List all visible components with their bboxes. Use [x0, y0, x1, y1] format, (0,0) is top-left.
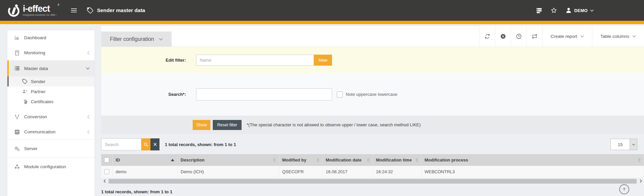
app-logo[interactable]: i-effect® integrated solutions for IBM i	[7, 3, 56, 17]
cell-description: Demo (ICH)	[178, 166, 279, 178]
server-gears-icon	[14, 146, 20, 152]
add-button[interactable]	[495, 26, 511, 47]
sidebar-item-certificates[interactable]: Certificates	[7, 96, 94, 107]
user-name: DEMO	[574, 8, 588, 13]
cell-id: demo	[113, 166, 178, 178]
select-all-cell	[101, 154, 113, 166]
history-clock-icon	[516, 34, 522, 39]
column-header-modification-date[interactable]: Modification date	[323, 154, 373, 166]
filter-name-input[interactable]	[196, 55, 314, 66]
chevron-down-icon	[159, 38, 163, 41]
partner-icon	[22, 89, 27, 94]
table-row[interactable]: demo Demo (ICH) QSECOFR 16.08.2017 16:24…	[101, 166, 644, 178]
sidebar-item-server[interactable]: Server	[7, 139, 94, 157]
sidebar-item-sender[interactable]: Sender	[7, 76, 94, 86]
registered-mark: ®	[57, 4, 59, 6]
edit-filter-section: Edit filter: New	[101, 47, 644, 73]
footer-records-summary: 1 total records, shown: from 1 to 1	[101, 189, 644, 194]
sender-tag-icon	[22, 79, 27, 84]
sidebar-item-conversion[interactable]: Conversion	[7, 109, 94, 124]
sender-table: ID Description Modified by Modification …	[101, 154, 644, 178]
cell-modification-process: WEBCONTRL3	[422, 166, 644, 178]
case-sensitive-label: Note uppercase lowercase	[346, 92, 397, 97]
communication-icon	[14, 129, 20, 135]
scrollbar-thumb[interactable]	[109, 179, 637, 184]
logo-wordmark: i-effect®	[23, 4, 56, 13]
arrow-up-icon	[622, 187, 627, 192]
sidebar-item-monitoring[interactable]: Monitoring	[7, 45, 94, 60]
scroll-to-top-button[interactable]	[619, 184, 629, 194]
horizontal-scrollbar	[101, 179, 644, 184]
certificates-key-icon	[22, 99, 27, 104]
page-size-value: 15	[611, 139, 630, 150]
sidebar-item-communication[interactable]: Communication	[7, 124, 94, 139]
sort-icon	[415, 158, 418, 162]
case-sensitive-checkbox[interactable]	[337, 91, 343, 97]
refresh-button[interactable]	[479, 26, 495, 47]
dashboard-icon	[14, 35, 20, 41]
chevron-left-icon	[87, 130, 90, 134]
select-all-checkbox[interactable]	[104, 157, 109, 162]
menu-toggle-icon[interactable]	[71, 8, 77, 12]
filter-actions-section: Show Reset filter *(The special characte…	[101, 116, 644, 134]
chevron-left-icon	[87, 115, 90, 119]
sidebar-item-module-configuration[interactable]: Module configuration	[7, 157, 94, 176]
reset-filter-button[interactable]: Reset filter	[213, 120, 242, 130]
sender-tag-icon	[87, 7, 93, 14]
sort-icon	[367, 158, 370, 162]
column-header-modification-time[interactable]: Modification time	[373, 154, 422, 166]
favorites-star-icon[interactable]	[551, 7, 557, 14]
monitoring-icon	[14, 50, 20, 56]
sidebar-item-master-data[interactable]: Master data	[7, 60, 94, 76]
column-header-id[interactable]: ID	[113, 154, 178, 166]
filter-configuration-tab[interactable]: Filter configuration	[101, 31, 172, 47]
main-content: Filter configuration	[101, 26, 644, 194]
table-header-row: ID Description Modified by Modification …	[101, 154, 644, 166]
server-status-icon[interactable]	[536, 7, 542, 14]
panel-toolbar: Filter configuration	[101, 26, 644, 47]
row-checkbox[interactable]	[104, 169, 109, 174]
search-label: Search*:	[101, 92, 196, 97]
chevron-left-icon	[87, 51, 90, 55]
sidebar-item-partner[interactable]: Partner	[7, 86, 94, 96]
add-circle-icon	[500, 34, 506, 39]
scrollbar-track[interactable]	[109, 179, 637, 184]
column-header-modified-by[interactable]: Modified by	[279, 154, 323, 166]
search-submit-button[interactable]	[141, 138, 150, 150]
history-button[interactable]	[511, 26, 526, 47]
create-report-button[interactable]: Create report	[542, 26, 592, 47]
sidebar-item-dashboard[interactable]: Dashboard	[7, 30, 94, 45]
top-header: i-effect® integrated solutions for IBM i…	[0, 0, 644, 21]
search-filter-section: Search*: Note uppercase lowercase	[101, 73, 644, 116]
column-header-description[interactable]: Description	[178, 154, 279, 166]
sort-icon	[638, 158, 641, 162]
repeat-icon	[532, 34, 537, 39]
page-size-select[interactable]: 15	[610, 139, 637, 150]
repeat-button[interactable]	[526, 26, 542, 47]
scroll-right-icon[interactable]	[639, 179, 643, 184]
cell-modification-time: 16:24:32	[373, 166, 422, 178]
user-menu[interactable]: DEMO	[565, 7, 594, 14]
sort-icon	[317, 158, 319, 162]
show-button[interactable]: Show	[193, 120, 210, 130]
chevron-down-icon	[630, 139, 637, 150]
chevron-down-icon	[580, 35, 584, 38]
chevron-down-icon	[632, 35, 636, 38]
page-title: Sender master data	[97, 7, 145, 13]
column-header-modification-process[interactable]: Modification process	[422, 154, 644, 166]
accent-bar	[0, 21, 644, 24]
close-icon	[153, 142, 157, 146]
table-search-input[interactable]	[101, 138, 141, 150]
master-data-icon	[14, 65, 20, 71]
user-avatar-icon	[565, 7, 572, 14]
modules-cubes-icon	[14, 164, 20, 170]
new-filter-button[interactable]: New	[314, 55, 332, 66]
table-columns-button[interactable]: Table columns	[592, 26, 644, 47]
filter-search-input[interactable]	[196, 88, 332, 101]
scroll-left-icon[interactable]	[103, 179, 107, 184]
search-clear-button[interactable]	[150, 138, 159, 150]
logo-tagline: integrated solutions for IBM i	[23, 14, 56, 16]
conversion-branch-icon	[14, 114, 20, 120]
sidebar-nav: Dashboard Monitoring Master data Sender	[7, 30, 94, 196]
records-summary: 1 total records, shown: from 1 to 1	[165, 142, 236, 147]
